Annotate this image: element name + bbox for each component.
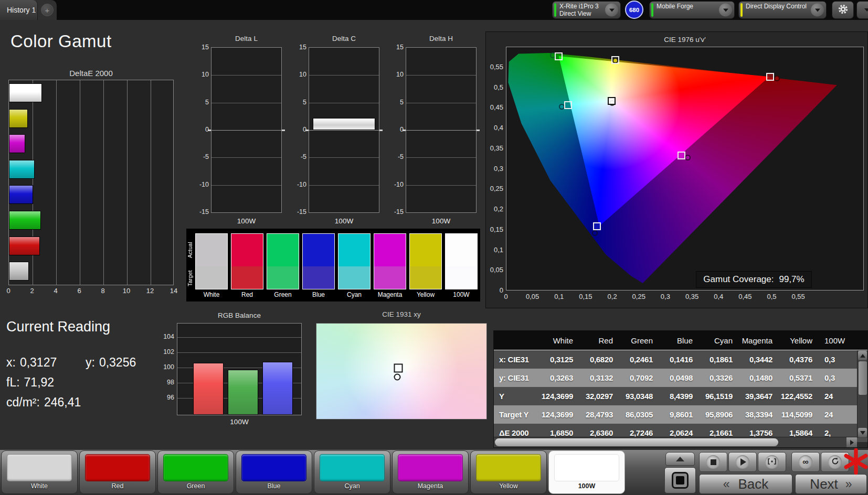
chevron-down-icon xyxy=(864,8,868,12)
cie-measured-circle-blue xyxy=(592,230,598,236)
gridline xyxy=(177,352,301,353)
pattern-button-yellow[interactable]: Yellow xyxy=(470,450,547,494)
vertical-scroll-thumb[interactable] xyxy=(859,361,867,395)
x-tick-label: 8 xyxy=(101,287,104,295)
continuous-measure-button[interactable]: ∞ xyxy=(791,452,820,472)
gridline xyxy=(211,75,281,76)
pattern-button-cyan[interactable]: Cyan xyxy=(314,450,390,494)
y-tick-label: -15 xyxy=(287,208,306,216)
y-tick-label: 0 xyxy=(486,286,503,294)
play-button[interactable] xyxy=(728,452,757,472)
cie-1931-panel: CIE 1931 xy xyxy=(315,309,488,422)
gridline xyxy=(309,185,379,186)
y-tick-label: -5 xyxy=(189,153,209,160)
y-tick-label: 10 xyxy=(287,71,306,78)
y-tick-label: 0,5 xyxy=(486,83,503,91)
meter-status-badge[interactable]: 680 xyxy=(625,1,643,19)
x-tick-label: 0,4 xyxy=(714,293,723,300)
refresh-icon xyxy=(831,457,839,467)
pattern-button-magenta[interactable]: Magenta xyxy=(392,450,469,494)
y-label: y: xyxy=(86,356,95,369)
swatch-label: Magenta xyxy=(374,291,406,298)
fl-label: fL: xyxy=(6,375,20,389)
single-measure-icon xyxy=(768,457,776,467)
pattern-button-red[interactable]: Red xyxy=(79,450,156,494)
table-cell: 2,0624 xyxy=(658,428,697,437)
delta-e-bar-yellow xyxy=(9,109,28,128)
table-row: Target Y124,369928,479386,03059,860195,8… xyxy=(494,405,867,424)
back-button[interactable]: « Back xyxy=(699,474,792,494)
settings-button[interactable] xyxy=(832,1,854,19)
collapse-panel-button[interactable] xyxy=(665,452,695,466)
cie-target-square-green xyxy=(555,52,563,60)
vertical-scrollbar[interactable] xyxy=(857,350,867,438)
delta-e-bar-magenta xyxy=(9,134,25,153)
infinity-icon: ∞ xyxy=(802,458,808,466)
reading-x: x:0,3127 xyxy=(6,356,57,370)
gridline xyxy=(309,103,379,103)
chevron-down-icon[interactable] xyxy=(811,4,824,17)
add-tab-button[interactable]: + xyxy=(41,4,54,16)
row-label: ΔE 2000 xyxy=(494,428,538,437)
swatch-column-green: Green xyxy=(267,233,299,298)
gridline xyxy=(211,185,281,186)
next-button[interactable]: Next » xyxy=(795,474,867,494)
y-tick-label: 0,4 xyxy=(486,124,503,132)
pattern-label: Blue xyxy=(236,482,312,490)
delta-e-2000-chart: DeltaE 2000 02468101214 xyxy=(8,69,174,295)
y-tick-label: 0,55 xyxy=(486,63,503,71)
column-header: Green xyxy=(618,336,658,345)
delta-e-x-axis: 02468101214 xyxy=(8,285,174,295)
y-tick-label: -10 xyxy=(384,181,404,188)
cie-1976-panel: CIE 1976 u'v' Gamut Coverage: 99,7% 00,0… xyxy=(485,31,868,308)
chart-title: Delta L xyxy=(211,35,282,42)
table-cell: 2,7246 xyxy=(618,428,658,437)
table-row: Y124,369932,029793,03488,439996,151939,3… xyxy=(494,387,867,405)
column-header: 100W xyxy=(817,336,857,345)
stop-button[interactable] xyxy=(699,452,727,472)
table-cell: 28,4793 xyxy=(578,410,618,419)
swatch-label: Yellow xyxy=(409,291,442,298)
meter-dropdown[interactable]: X-Rite i1Pro 3 Direct View xyxy=(552,1,621,19)
x-tick-label: 0,1 xyxy=(554,293,564,300)
rgb-bar-red xyxy=(193,363,224,415)
x-tick-label: 2 xyxy=(30,287,34,295)
chevron-down-icon[interactable] xyxy=(719,4,732,17)
table-cell: 93,0348 xyxy=(618,392,658,401)
horizontal-scrollbar[interactable] xyxy=(494,437,857,447)
table-cell: 0,3326 xyxy=(697,373,737,382)
cie-target-square-magenta xyxy=(678,152,685,159)
y-tick-label: -10 xyxy=(189,181,209,188)
pattern-source-dropdown[interactable]: Mobile Forge xyxy=(649,1,735,19)
gamut-coverage-label: Gamut Coverage: xyxy=(703,274,774,285)
y-value: 0,3256 xyxy=(99,356,136,369)
pattern-button-green[interactable]: Green xyxy=(157,450,234,494)
chevron-down-icon[interactable] xyxy=(605,4,618,17)
tab-history-1[interactable]: History 1 xyxy=(0,0,38,20)
swatch-target xyxy=(303,266,334,289)
table-cell: 24 xyxy=(817,392,857,401)
plus-icon: + xyxy=(45,6,50,15)
single-measure-button[interactable] xyxy=(758,452,786,472)
delta-e-bar-blue xyxy=(9,185,33,204)
scroll-up-button[interactable] xyxy=(858,351,867,360)
table-cell: 0,1861 xyxy=(697,355,737,364)
scroll-right-button[interactable] xyxy=(846,437,857,447)
display-control-dropdown[interactable]: Direct Display Control xyxy=(738,1,827,19)
pattern-button-100w[interactable]: 100W xyxy=(548,450,625,494)
pattern-button-white[interactable]: White xyxy=(1,450,78,494)
column-header: Blue xyxy=(658,336,697,345)
pattern-window-button[interactable] xyxy=(664,467,696,493)
clipped-corner-button[interactable] xyxy=(856,1,868,19)
horizontal-scroll-thumb[interactable] xyxy=(495,438,778,446)
gridline xyxy=(177,337,301,338)
gridline xyxy=(211,103,281,103)
delta-c-plot-area xyxy=(309,47,379,213)
scroll-down-button[interactable] xyxy=(858,428,867,437)
x-tick-label: 4 xyxy=(54,287,57,295)
gear-icon xyxy=(837,3,849,17)
cd-value: 246,41 xyxy=(44,395,81,409)
delta-e-plot-area xyxy=(8,80,174,285)
y-tick-label: 0 xyxy=(384,126,404,133)
pattern-button-blue[interactable]: Blue xyxy=(236,450,312,494)
